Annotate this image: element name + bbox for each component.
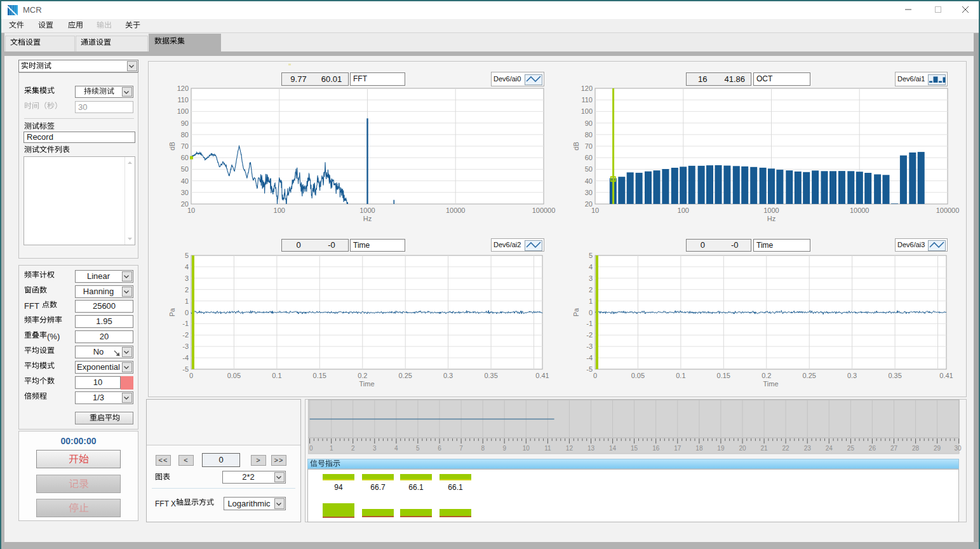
svg-text:21: 21 <box>761 445 769 452</box>
svg-text:120: 120 <box>581 85 593 92</box>
svg-text:dB: dB <box>168 142 176 150</box>
svg-text:4: 4 <box>185 263 189 271</box>
svg-text:10000: 10000 <box>850 207 869 214</box>
svg-text:70: 70 <box>181 142 189 150</box>
svg-text:0.2: 0.2 <box>762 372 771 379</box>
svg-text:16: 16 <box>652 445 660 452</box>
svg-text:0: 0 <box>589 309 593 316</box>
svg-text:19: 19 <box>717 445 725 452</box>
svg-text:5: 5 <box>589 252 593 259</box>
svg-text:90: 90 <box>585 119 593 127</box>
svg-text:-2: -2 <box>586 331 593 339</box>
svg-text:9: 9 <box>502 445 506 452</box>
svg-text:11: 11 <box>544 445 551 452</box>
svg-text:-1: -1 <box>586 320 593 327</box>
svg-text:Time: Time <box>359 380 374 388</box>
svg-text:100: 100 <box>678 207 689 214</box>
svg-text:3: 3 <box>185 274 189 282</box>
svg-text:80: 80 <box>181 131 189 139</box>
svg-text:27: 27 <box>890 445 898 452</box>
svg-text:3: 3 <box>589 274 593 282</box>
svg-text:Hz: Hz <box>363 215 372 222</box>
svg-text:70: 70 <box>585 142 593 150</box>
svg-text:40: 40 <box>181 177 189 185</box>
svg-text:1: 1 <box>589 297 593 305</box>
svg-text:28: 28 <box>912 445 920 452</box>
svg-text:5: 5 <box>185 252 189 259</box>
svg-text:30: 30 <box>955 445 962 452</box>
svg-text:24: 24 <box>826 445 833 452</box>
svg-text:-5: -5 <box>182 365 189 373</box>
svg-text:10: 10 <box>187 207 195 214</box>
svg-text:23: 23 <box>804 445 812 452</box>
svg-text:110: 110 <box>581 96 593 104</box>
svg-text:100000: 100000 <box>532 207 556 214</box>
svg-text:22: 22 <box>782 445 790 452</box>
svg-text:0.25: 0.25 <box>398 372 412 379</box>
svg-text:Pa: Pa <box>168 308 176 316</box>
svg-text:0.41: 0.41 <box>535 372 549 379</box>
svg-text:0.15: 0.15 <box>313 372 326 379</box>
svg-text:60: 60 <box>585 154 593 161</box>
svg-text:50: 50 <box>181 165 189 173</box>
svg-text:2: 2 <box>351 445 355 452</box>
svg-text:0: 0 <box>189 372 193 379</box>
svg-text:100000: 100000 <box>936 207 960 214</box>
svg-text:14: 14 <box>609 445 617 452</box>
svg-text:2: 2 <box>185 286 189 294</box>
svg-text:120: 120 <box>177 85 189 92</box>
svg-text:1: 1 <box>330 445 333 452</box>
svg-text:-5: -5 <box>586 365 593 373</box>
svg-text:100: 100 <box>581 107 593 115</box>
svg-text:10: 10 <box>523 445 530 452</box>
svg-text:-2: -2 <box>182 331 189 339</box>
svg-text:6: 6 <box>438 445 441 452</box>
svg-text:17: 17 <box>674 445 681 452</box>
svg-text:Time: Time <box>763 380 778 388</box>
svg-text:100: 100 <box>177 107 189 115</box>
svg-text:12: 12 <box>566 445 574 452</box>
svg-text:26: 26 <box>869 445 876 452</box>
svg-text:110: 110 <box>177 96 189 104</box>
svg-text:4: 4 <box>394 445 398 452</box>
svg-text:2: 2 <box>589 286 593 294</box>
svg-text:80: 80 <box>585 131 593 139</box>
svg-text:50: 50 <box>585 165 593 173</box>
svg-text:5: 5 <box>416 445 420 452</box>
svg-text:0.2: 0.2 <box>358 372 367 379</box>
svg-text:dB: dB <box>572 142 580 150</box>
svg-text:29: 29 <box>934 445 941 452</box>
svg-text:-3: -3 <box>586 342 593 350</box>
svg-text:0.1: 0.1 <box>272 372 281 379</box>
svg-text:8: 8 <box>481 445 485 452</box>
svg-text:0: 0 <box>593 372 597 379</box>
svg-text:40: 40 <box>585 177 593 185</box>
svg-text:1000: 1000 <box>763 207 779 214</box>
svg-text:18: 18 <box>695 445 703 452</box>
svg-text:0.05: 0.05 <box>227 372 241 379</box>
svg-text:13: 13 <box>587 445 595 452</box>
svg-text:0.3: 0.3 <box>847 372 857 379</box>
svg-text:3: 3 <box>373 445 377 452</box>
svg-text:-4: -4 <box>182 354 189 362</box>
svg-text:0.35: 0.35 <box>888 372 901 379</box>
svg-text:Pa: Pa <box>572 308 580 316</box>
svg-text:10000: 10000 <box>446 207 466 214</box>
svg-text:10: 10 <box>591 207 599 214</box>
svg-text:-4: -4 <box>586 354 593 362</box>
svg-text:60: 60 <box>181 154 189 161</box>
svg-text:-1: -1 <box>182 320 189 327</box>
svg-text:4: 4 <box>589 263 593 271</box>
svg-text:-3: -3 <box>182 342 189 350</box>
svg-text:0.05: 0.05 <box>631 372 645 379</box>
svg-text:30: 30 <box>181 189 189 196</box>
svg-text:20: 20 <box>739 445 746 452</box>
svg-text:0: 0 <box>185 309 189 316</box>
svg-text:0.25: 0.25 <box>802 372 816 379</box>
svg-text:0.15: 0.15 <box>717 372 730 379</box>
svg-text:0.3: 0.3 <box>443 372 453 379</box>
svg-text:7: 7 <box>459 445 463 452</box>
svg-text:1: 1 <box>185 297 189 305</box>
svg-text:30: 30 <box>585 189 593 196</box>
svg-text:1000: 1000 <box>359 207 375 214</box>
